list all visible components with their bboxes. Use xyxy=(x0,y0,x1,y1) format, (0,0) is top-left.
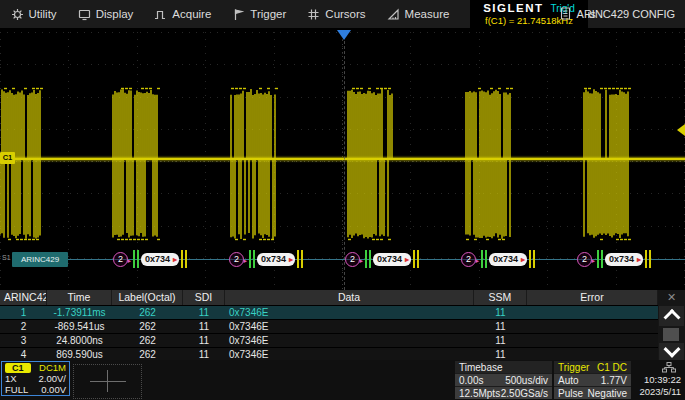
list-document-icon xyxy=(560,7,571,22)
trigger-mode: Auto xyxy=(558,375,579,386)
scrollbar-thumb[interactable] xyxy=(663,328,679,341)
timebase-title: Timebase xyxy=(459,362,503,373)
system-time: 10:39:22 xyxy=(644,374,681,385)
truncation-arrow-icon: ▸ xyxy=(243,255,247,267)
truncation-arrow-icon: ▸ xyxy=(405,253,409,266)
decode-label-field: 2▸ xyxy=(577,252,592,267)
table-row[interactable]: 2 -869.541us 262 11 0x7346E 11 xyxy=(0,319,658,333)
row-sdi: 11 xyxy=(183,334,225,347)
col-header-time: Time xyxy=(47,290,112,305)
decode-bubble: 2▸0x734▸ xyxy=(577,250,651,268)
trigger-title: Trigger xyxy=(558,362,589,373)
field-end-marker-icon xyxy=(297,250,303,268)
row-index: 1 xyxy=(0,306,47,319)
menu-measure[interactable]: Measure xyxy=(376,0,460,28)
decode-bus-label[interactable]: ARINC429 xyxy=(12,252,68,267)
field-start-marker-icon xyxy=(133,250,139,268)
cursors-icon xyxy=(307,8,320,21)
menu-display[interactable]: Display xyxy=(67,0,144,28)
field-start-marker-icon xyxy=(597,250,603,268)
trigger-type: Pulse xyxy=(558,388,583,399)
menu-utility[interactable]: Utility xyxy=(0,0,67,28)
row-data: 0x7346E xyxy=(225,306,474,319)
col-header-data: Data xyxy=(225,290,474,305)
menu-label: Display xyxy=(96,8,134,20)
row-label: 262 xyxy=(112,334,183,347)
menu-acquire[interactable]: Acquire xyxy=(144,0,222,28)
row-data: 0x7346E xyxy=(225,334,474,347)
decode-label-field: 2▸ xyxy=(113,252,128,267)
row-ssm: 11 xyxy=(474,306,527,319)
channel-offset-marker[interactable]: C1 xyxy=(0,152,15,164)
scroll-up-button[interactable] xyxy=(659,306,684,326)
col-header-label-octal: Label(Octal) xyxy=(112,290,183,305)
row-ssm: 11 xyxy=(474,320,527,333)
close-icon[interactable]: ✕ xyxy=(658,290,685,305)
siglent-logo: SIGLENT xyxy=(483,2,543,14)
row-time: -869.541us xyxy=(47,320,112,333)
decode-label-field: 2▸ xyxy=(345,252,360,267)
truncation-arrow-icon: ▸ xyxy=(359,255,363,267)
channel1-bandwidth: FULL xyxy=(5,384,28,395)
menu-label: Measure xyxy=(405,8,450,20)
col-header-arinc429: ARINC429 xyxy=(0,290,47,305)
timebase-box[interactable]: Timebase 0.00s 500us/div 12.5Mpts 2.50GS… xyxy=(455,361,552,397)
table-header-row: ARINC429 Time Label(Octal) SDI Data SSM … xyxy=(0,290,658,305)
trigger-slope: Negative xyxy=(588,388,627,399)
top-menu-bar: Utility Display Acquire Trigger Cursors … xyxy=(0,0,685,28)
trigger-level-marker[interactable] xyxy=(677,124,685,136)
add-channel-button[interactable] xyxy=(73,364,142,399)
field-end-marker-icon xyxy=(413,250,419,268)
row-label: 262 xyxy=(112,320,183,333)
channel1-offset: 0.00V xyxy=(41,384,66,395)
menu-label: Acquire xyxy=(172,8,211,20)
menu-trigger[interactable]: Trigger xyxy=(222,0,297,28)
table-row[interactable]: 1 -1.73911ms 262 11 0x7346E 11 xyxy=(0,305,658,319)
decode-data-field: 0x734▸ xyxy=(605,253,643,266)
table-row[interactable]: 3 24.8000ns 262 11 0x7346E 11 xyxy=(0,333,658,347)
truncation-arrow-icon: ▸ xyxy=(127,255,131,267)
channel1-coupling: DC1M xyxy=(39,362,66,373)
status-bar: C1 DC1M 1X 2.00V/ FULL 0.00V Timebase 0.… xyxy=(0,360,685,400)
field-start-marker-icon xyxy=(481,250,487,268)
decode-bubble: 2▸0x734▸ xyxy=(229,250,303,268)
row-label: 262 xyxy=(112,306,183,319)
decode-data-field: 0x734▸ xyxy=(141,253,179,266)
truncation-arrow-icon: ▸ xyxy=(591,255,595,267)
decode-bubble: 2▸0x734▸ xyxy=(461,250,535,268)
col-header-error: Error xyxy=(527,290,658,305)
truncation-arrow-icon: ▸ xyxy=(289,253,293,266)
table-scrollbar: ✕ xyxy=(658,290,685,360)
menu-label: Trigger xyxy=(250,8,286,20)
trigger-position-marker[interactable] xyxy=(337,30,351,40)
truncation-arrow-icon: ▸ xyxy=(173,253,177,266)
monitor-icon xyxy=(78,8,91,21)
col-header-ssm: SSM xyxy=(474,290,527,305)
table-row[interactable]: 4 869.590us 262 11 0x7346E 11 xyxy=(0,347,658,361)
channel1-descriptor-box[interactable]: C1 DC1M 1X 2.00V/ FULL 0.00V xyxy=(1,361,70,396)
row-data: 0x7346E xyxy=(225,320,474,333)
trigger-box[interactable]: Trigger C1 DC Auto 1.77V Pulse Negative xyxy=(554,361,631,397)
system-date: 2023/5/11 xyxy=(639,386,681,397)
row-sdi: 11 xyxy=(183,306,225,319)
timebase-scale: 500us/div xyxy=(505,375,548,386)
row-sdi: 11 xyxy=(183,320,225,333)
arinc429-config-button[interactable]: ARINC429 CONFIG xyxy=(554,0,681,28)
truncation-arrow-icon: ▸ xyxy=(475,255,479,267)
field-end-marker-icon xyxy=(645,250,651,268)
col-header-sdi: SDI xyxy=(183,290,225,305)
decode-data-field: 0x734▸ xyxy=(489,253,527,266)
ruler-icon xyxy=(387,8,400,21)
trigger-level: 1.77V xyxy=(601,375,627,386)
menu-cursors[interactable]: Cursors xyxy=(297,0,376,28)
chevron-up-icon xyxy=(663,309,680,326)
scroll-down-button[interactable] xyxy=(659,343,684,360)
trigger-source: C1 DC xyxy=(597,362,627,373)
row-ssm: 11 xyxy=(474,334,527,347)
flag-icon xyxy=(232,8,245,21)
decode-label-field: 2▸ xyxy=(461,252,476,267)
channel1-vdiv: 2.00V/ xyxy=(39,373,66,384)
truncation-arrow-icon: ▸ xyxy=(521,253,525,266)
truncation-arrow-icon: ▸ xyxy=(637,253,641,266)
decode-result-table: ARINC429 Time Label(Octal) SDI Data SSM … xyxy=(0,290,658,361)
